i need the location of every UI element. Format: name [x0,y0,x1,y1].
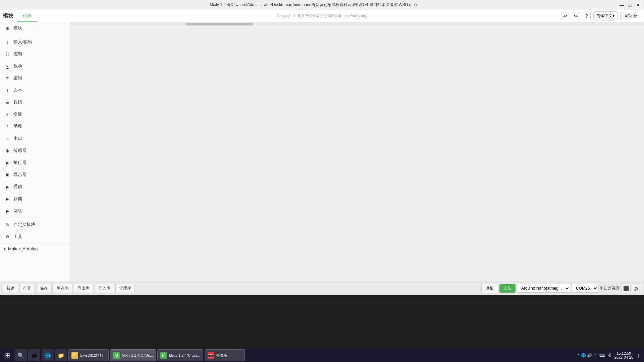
taskbar-app-mixly2[interactable]: M Mixly 1.2.4(C:\Us... [157,349,203,361]
sidebar-item-label-maker: Maker_Arduino [8,246,38,251]
xcode-button[interactable]: XCode [620,12,641,20]
canvas-wrapper: Serial 打印 不换行 « wendu: » Serial 打印 自动换行 … [70,22,644,282]
taskbar-task-icon[interactable]: ▦ [28,349,40,361]
maximize-button[interactable]: □ [627,2,633,8]
sidebar-item-array[interactable]: ☰ 数组 [0,96,70,108]
volume-button[interactable]: 🔊 [632,284,641,293]
sidebar-item-logic[interactable]: ≡ 逻辑 [0,72,70,84]
sidebar-item-label-display: 显示器 [13,172,26,178]
sidebar-item-label-control: 控制 [13,51,22,57]
sidebar-item-maker[interactable]: Maker_Arduino [0,244,70,253]
sidebar-item-label-variable: 变量 [13,111,22,117]
taskbar-app-icon-mixly2: M [160,352,167,359]
taskbar-app-camera[interactable]: 📷 摄像头 [205,349,245,361]
sensor-icon: ◈ [4,147,11,154]
sidebar-item-sensor[interactable]: ◈ 传感器 [0,144,70,157]
taskbar-app-label-camera: 摄像头 [216,353,227,358]
new-button[interactable]: 新建 [3,284,18,293]
display-icon: ▣ [4,171,11,178]
taskbar-clock[interactable]: 15:12:59 2022-04-25 [614,351,633,359]
sidebar-item-label-io: 输入/输出 [13,39,32,45]
sidebar-item-custom[interactable]: ✎ 自定义模块 [0,219,70,231]
io-icon: ↕ [4,39,11,45]
main-area: ⊞ 模块 ↕ 输入/输出 ◎ 控制 ∑ 数学 ≡ 逻辑 T 文本 [0,22,644,362]
sidebar-item-label-custom: 自定义模块 [13,222,35,228]
tab-code[interactable]: 代码 [17,10,37,22]
menu-right-controls: ↩ ↪ ? 简体中文▾ XCode [561,11,641,20]
taskbar-app-icon-camera: 📷 [208,352,214,359]
actuator-icon: ▶ [4,159,11,166]
sidebar-item-tools[interactable]: ⚙ 工具 [0,231,70,243]
sidebar: ⊞ 模块 ↕ 输入/输出 ◎ 控制 ∑ 数学 ≡ 逻辑 T 文本 [0,22,70,282]
import-button[interactable]: 导入库 [95,284,114,293]
taskbar-app-icon-ws2812: 📁 [71,352,78,359]
taskbar-search-icon[interactable]: 🔍 [15,349,27,361]
taskbar-time: 15:12:59 [616,351,631,355]
taskbar-app-label-ws2812: 5.ws2812彩灯 [80,353,103,358]
function-icon: ƒ [4,123,11,130]
show-desktop-button[interactable]: | [635,349,643,361]
sidebar-item-label-module: 模块 [13,25,22,31]
taskbar-edge-icon[interactable]: 🌐 [42,349,54,361]
taskbar-tray: ^ 🌐 🔊 📱 ⌨ 英 15:12:59 2022-04-25 | [578,349,643,361]
sidebar-item-network[interactable]: ▶ 网络 [0,205,70,217]
manage-button[interactable]: 管理库 [115,284,135,293]
sidebar-item-storage[interactable]: ▶ 存储 [0,193,70,205]
redo-button[interactable]: ↪ [572,12,580,20]
saveas-button[interactable]: 另存为 [53,284,72,293]
sidebar-item-io[interactable]: ↕ 输入/输出 [0,36,70,48]
scrollbar-thumb[interactable] [186,23,253,25]
undo-button[interactable]: ↩ [561,12,569,20]
copyright-text: Copyright © 北京应恒天享责任有限公司 http://mixly.or… [277,13,367,18]
taskbar-folder-icon[interactable]: 📁 [55,349,67,361]
menubar: 模块 代码 Copyright © 北京应恒天享责任有限公司 http://mi… [0,10,644,22]
taskbar-app-mixly1[interactable]: M Mixly 1.2.4(C:\Us... [110,349,156,361]
sidebar-item-text[interactable]: T 文本 [0,84,70,96]
tools-icon: ⚙ [4,233,11,240]
minimize-button[interactable]: — [619,2,625,8]
sidebar-item-variable[interactable]: x 变量 [0,108,70,120]
text-icon: T [4,87,11,94]
taskbar-lang[interactable]: 英 [606,353,613,358]
board-select[interactable]: Arduino Nano(atmeg... [517,284,570,293]
serial-icon: ≈ [4,135,11,142]
variable-icon: x [4,111,11,118]
language-button[interactable]: 简体中文▾ [593,11,618,20]
divider-3 [0,243,70,244]
start-button[interactable]: ⊞ [1,349,13,361]
serial-monitor-button[interactable]: ⬛ [621,284,631,293]
control-icon: ◎ [4,51,11,57]
taskbar: ⊞ 🔍 ▦ 🌐 📁 📁 5.ws2812彩灯 M Mixly 1.2.4(C:\… [0,349,644,362]
save-button[interactable]: 保存 [36,284,52,293]
open-button[interactable]: 打开 [19,284,35,293]
sidebar-item-math[interactable]: ∑ 数学 [0,60,70,72]
sidebar-item-actuator[interactable]: ▶ 执行器 [0,157,70,169]
titlebar: Mixly 1.2.4(C:\Users\Administrator\Deskt… [0,0,644,10]
taskbar-date: 2022-04-25 [614,355,633,359]
sidebar-item-label-logic: 逻辑 [13,75,22,81]
taskbar-app-label-mixly2: Mixly 1.2.4(C:\Us... [169,353,200,357]
divider-2 [0,218,70,218]
sidebar-item-label-function: 函数 [13,123,22,129]
port-select[interactable]: COM25 [572,284,598,293]
sidebar-item-module[interactable]: ⊞ 模块 [0,22,70,34]
upload-button[interactable]: 上传 [499,284,516,293]
sidebar-item-display[interactable]: ▣ 显示器 [0,169,70,181]
horizontal-scrollbar[interactable] [70,22,644,25]
network-icon: ▶ [4,207,11,214]
custom-icon: ✎ [4,221,11,228]
sidebar-item-label-actuator: 执行器 [13,160,26,166]
taskbar-app-ws2812[interactable]: 📁 5.ws2812彩灯 [68,349,109,361]
sidebar-item-function[interactable]: ƒ 函数 [0,120,70,132]
close-button[interactable]: ✕ [635,2,641,8]
sidebar-item-label-storage: 存储 [13,196,22,202]
serial-monitor-label: 串口监视器 [600,286,620,291]
divider-1 [0,35,70,35]
sidebar-item-control[interactable]: ◎ 控制 [0,48,70,60]
export-button[interactable]: 导出库 [74,284,93,293]
review-button[interactable]: 画板 [481,284,498,293]
sidebar-item-serial[interactable]: ≈ 串口 [0,132,70,144]
help-button[interactable]: ? [583,12,591,20]
sidebar-item-comm[interactable]: ▶ 通信 [0,181,70,193]
sidebar-item-label-math: 数学 [13,63,22,69]
